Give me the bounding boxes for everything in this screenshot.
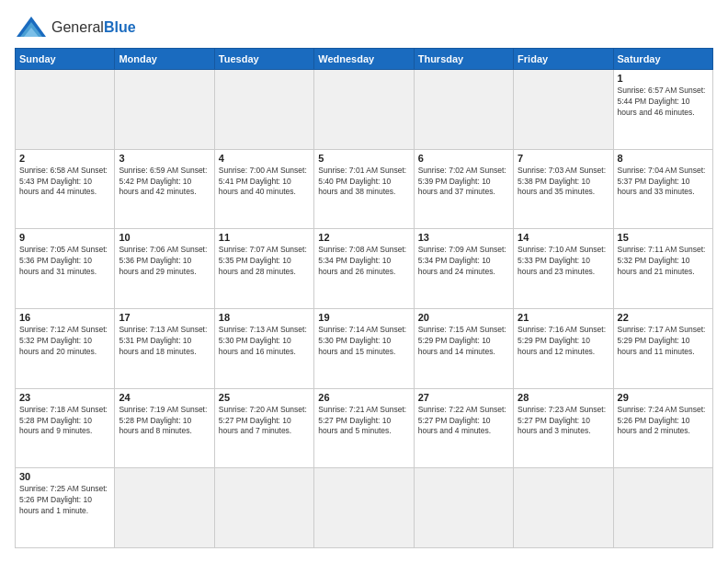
day-number: 8 [618, 153, 709, 164]
calendar-cell: 2Sunrise: 6:58 AM Sunset: 5:43 PM Daylig… [16, 149, 115, 229]
calendar-cell: 20Sunrise: 7:15 AM Sunset: 5:29 PM Dayli… [414, 308, 513, 388]
day-number: 1 [618, 73, 709, 84]
day-info: Sunrise: 7:20 AM Sunset: 5:27 PM Dayligh… [219, 405, 310, 438]
calendar-cell [514, 70, 613, 150]
day-info: Sunrise: 7:06 AM Sunset: 5:36 PM Dayligh… [119, 245, 210, 278]
day-info: Sunrise: 7:10 AM Sunset: 5:33 PM Dayligh… [518, 245, 609, 278]
calendar-cell: 3Sunrise: 6:59 AM Sunset: 5:42 PM Daylig… [115, 149, 214, 229]
day-info: Sunrise: 7:13 AM Sunset: 5:30 PM Dayligh… [219, 325, 310, 358]
day-number: 17 [119, 312, 210, 323]
calendar-cell: 14Sunrise: 7:10 AM Sunset: 5:33 PM Dayli… [514, 229, 613, 309]
day-info: Sunrise: 6:57 AM Sunset: 5:44 PM Dayligh… [618, 86, 709, 119]
header-sunday: Sunday [16, 49, 115, 70]
calendar-cell: 29Sunrise: 7:24 AM Sunset: 5:26 PM Dayli… [613, 388, 712, 468]
week-row: 16Sunrise: 7:12 AM Sunset: 5:32 PM Dayli… [16, 308, 713, 388]
day-info: Sunrise: 7:08 AM Sunset: 5:34 PM Dayligh… [318, 245, 409, 278]
day-info: Sunrise: 7:16 AM Sunset: 5:29 PM Dayligh… [518, 325, 609, 358]
day-info: Sunrise: 7:19 AM Sunset: 5:28 PM Dayligh… [119, 405, 210, 438]
calendar-cell: 10Sunrise: 7:06 AM Sunset: 5:36 PM Dayli… [115, 229, 214, 309]
day-info: Sunrise: 7:07 AM Sunset: 5:35 PM Dayligh… [219, 245, 310, 278]
logo: GeneralBlue [15, 15, 136, 40]
page: GeneralBlue Sunday Monday Tuesday Wednes… [0, 0, 728, 563]
day-info: Sunrise: 7:05 AM Sunset: 5:36 PM Dayligh… [19, 245, 110, 278]
day-info: Sunrise: 7:03 AM Sunset: 5:38 PM Dayligh… [518, 166, 609, 199]
day-info: Sunrise: 7:11 AM Sunset: 5:32 PM Dayligh… [618, 245, 709, 278]
day-number: 13 [418, 232, 509, 243]
day-number: 15 [618, 232, 709, 243]
day-info: Sunrise: 7:14 AM Sunset: 5:30 PM Dayligh… [318, 325, 409, 358]
day-info: Sunrise: 7:12 AM Sunset: 5:32 PM Dayligh… [19, 325, 110, 358]
header-wednesday: Wednesday [314, 49, 414, 70]
calendar-cell: 27Sunrise: 7:22 AM Sunset: 5:27 PM Dayli… [414, 388, 513, 468]
header-monday: Monday [115, 49, 214, 70]
day-number: 2 [19, 153, 110, 164]
calendar-cell: 4Sunrise: 7:00 AM Sunset: 5:41 PM Daylig… [214, 149, 313, 229]
day-info: Sunrise: 7:09 AM Sunset: 5:34 PM Dayligh… [418, 245, 509, 278]
calendar: Sunday Monday Tuesday Wednesday Thursday… [15, 48, 713, 548]
calendar-cell: 13Sunrise: 7:09 AM Sunset: 5:34 PM Dayli… [414, 229, 513, 309]
day-info: Sunrise: 7:22 AM Sunset: 5:27 PM Dayligh… [418, 405, 509, 438]
calendar-cell [314, 70, 414, 150]
header-saturday: Saturday [613, 49, 712, 70]
day-info: Sunrise: 7:18 AM Sunset: 5:28 PM Dayligh… [19, 405, 110, 438]
day-number: 6 [418, 153, 509, 164]
day-number: 20 [418, 312, 509, 323]
calendar-cell: 12Sunrise: 7:08 AM Sunset: 5:34 PM Dayli… [314, 229, 414, 309]
header-thursday: Thursday [414, 49, 513, 70]
calendar-cell [514, 468, 613, 548]
calendar-cell [115, 468, 214, 548]
header-tuesday: Tuesday [214, 49, 313, 70]
day-info: Sunrise: 7:01 AM Sunset: 5:40 PM Dayligh… [318, 166, 409, 199]
calendar-cell [613, 468, 712, 548]
calendar-cell: 1Sunrise: 6:57 AM Sunset: 5:44 PM Daylig… [613, 70, 712, 150]
calendar-cell [314, 468, 414, 548]
calendar-cell: 9Sunrise: 7:05 AM Sunset: 5:36 PM Daylig… [16, 229, 115, 309]
day-number: 19 [318, 312, 409, 323]
calendar-cell: 5Sunrise: 7:01 AM Sunset: 5:40 PM Daylig… [314, 149, 414, 229]
day-info: Sunrise: 7:00 AM Sunset: 5:41 PM Dayligh… [219, 166, 310, 199]
calendar-cell: 16Sunrise: 7:12 AM Sunset: 5:32 PM Dayli… [16, 308, 115, 388]
logo-icon [15, 15, 48, 40]
day-number: 3 [119, 153, 210, 164]
day-number: 18 [219, 312, 310, 323]
weekday-header-row: Sunday Monday Tuesday Wednesday Thursday… [16, 49, 713, 70]
day-number: 21 [518, 312, 609, 323]
day-info: Sunrise: 7:17 AM Sunset: 5:29 PM Dayligh… [618, 325, 709, 358]
day-info: Sunrise: 7:15 AM Sunset: 5:29 PM Dayligh… [418, 325, 509, 358]
calendar-cell: 17Sunrise: 7:13 AM Sunset: 5:31 PM Dayli… [115, 308, 214, 388]
day-number: 26 [318, 392, 409, 403]
logo-text: GeneralBlue [51, 19, 136, 36]
calendar-cell [214, 468, 313, 548]
calendar-cell: 21Sunrise: 7:16 AM Sunset: 5:29 PM Dayli… [514, 308, 613, 388]
day-number: 10 [119, 232, 210, 243]
calendar-cell: 7Sunrise: 7:03 AM Sunset: 5:38 PM Daylig… [514, 149, 613, 229]
day-info: Sunrise: 7:13 AM Sunset: 5:31 PM Dayligh… [119, 325, 210, 358]
day-number: 25 [219, 392, 310, 403]
calendar-cell: 18Sunrise: 7:13 AM Sunset: 5:30 PM Dayli… [214, 308, 313, 388]
day-number: 12 [318, 232, 409, 243]
day-number: 7 [518, 153, 609, 164]
week-row: 23Sunrise: 7:18 AM Sunset: 5:28 PM Dayli… [16, 388, 713, 468]
day-number: 27 [418, 392, 509, 403]
calendar-cell: 15Sunrise: 7:11 AM Sunset: 5:32 PM Dayli… [613, 229, 712, 309]
calendar-cell: 25Sunrise: 7:20 AM Sunset: 5:27 PM Dayli… [214, 388, 313, 468]
day-number: 14 [518, 232, 609, 243]
week-row: 2Sunrise: 6:58 AM Sunset: 5:43 PM Daylig… [16, 149, 713, 229]
calendar-cell: 8Sunrise: 7:04 AM Sunset: 5:37 PM Daylig… [613, 149, 712, 229]
calendar-cell: 30Sunrise: 7:25 AM Sunset: 5:26 PM Dayli… [16, 468, 115, 548]
calendar-cell: 11Sunrise: 7:07 AM Sunset: 5:35 PM Dayli… [214, 229, 313, 309]
day-number: 24 [119, 392, 210, 403]
day-info: Sunrise: 7:24 AM Sunset: 5:26 PM Dayligh… [618, 405, 709, 438]
day-number: 9 [19, 232, 110, 243]
calendar-cell [414, 468, 513, 548]
day-info: Sunrise: 7:21 AM Sunset: 5:27 PM Dayligh… [318, 405, 409, 438]
calendar-cell: 26Sunrise: 7:21 AM Sunset: 5:27 PM Dayli… [314, 388, 414, 468]
calendar-cell [214, 70, 313, 150]
day-number: 16 [19, 312, 110, 323]
day-number: 30 [19, 471, 110, 482]
calendar-cell: 22Sunrise: 7:17 AM Sunset: 5:29 PM Dayli… [613, 308, 712, 388]
day-number: 11 [219, 232, 310, 243]
day-number: 5 [318, 153, 409, 164]
week-row: 30Sunrise: 7:25 AM Sunset: 5:26 PM Dayli… [16, 468, 713, 548]
week-row: 1Sunrise: 6:57 AM Sunset: 5:44 PM Daylig… [16, 70, 713, 150]
